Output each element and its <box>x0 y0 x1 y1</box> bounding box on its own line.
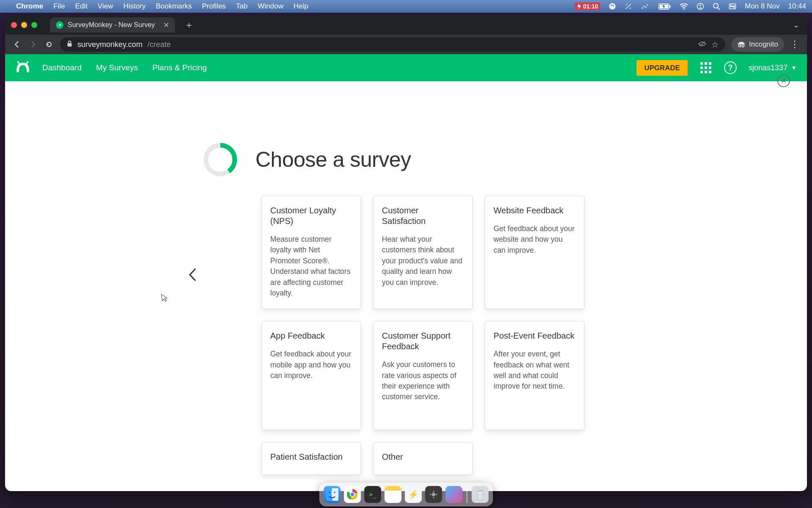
user-menu[interactable]: sjonas1337 ▼ <box>749 64 797 72</box>
dock-trash-icon[interactable] <box>472 486 488 503</box>
dock-notes-icon[interactable] <box>384 486 401 503</box>
svg-point-3 <box>645 6 647 8</box>
survey-card-website[interactable]: Website Feedback Get feedback about your… <box>485 196 584 309</box>
status-icon[interactable] <box>641 3 650 10</box>
browser-window: ✶ SurveyMonkey - New Survey ✕ ＋ ⌄ survey… <box>5 15 807 491</box>
site-header: Dashboard My Surveys Plans & Pricing UPG… <box>5 54 807 81</box>
svg-point-10 <box>700 5 701 6</box>
menubar-item[interactable]: Help <box>294 2 308 11</box>
menubar-time[interactable]: 10:44 <box>788 2 806 11</box>
svg-rect-13 <box>729 4 736 6</box>
battery-icon[interactable] <box>658 3 671 10</box>
tabs-dropdown-icon[interactable]: ⌄ <box>793 20 807 30</box>
reload-button[interactable] <box>44 39 54 50</box>
survey-card-patient[interactable]: Patient Satisfaction <box>261 442 361 475</box>
card-desc: After your event, get feedback on what w… <box>494 349 576 392</box>
svg-rect-37 <box>479 489 481 491</box>
progress-ring-icon <box>203 142 238 177</box>
menubar-item[interactable]: Profiles <box>202 2 226 11</box>
menubar-item[interactable]: Edit <box>75 2 88 11</box>
survey-card-csat[interactable]: Customer Satisfaction Hear what your cus… <box>373 196 473 309</box>
browser-menu-button[interactable]: ⋮ <box>790 39 800 50</box>
svg-point-14 <box>730 4 732 6</box>
help-button[interactable]: ? <box>724 61 737 74</box>
tab-title: SurveyMonkey - New Survey <box>68 21 155 29</box>
upgrade-button[interactable]: UPGRADE <box>636 60 688 76</box>
svg-point-8 <box>683 8 685 9</box>
macos-menubar: Chrome File Edit View History Bookmarks … <box>0 0 812 13</box>
survey-card-support[interactable]: Customer Support Feedback Ask your custo… <box>373 321 473 430</box>
survey-type-grid: Customer Loyalty (NPS) Measure customer … <box>261 196 584 475</box>
wifi-icon[interactable] <box>680 3 688 10</box>
window-minimize-button[interactable] <box>21 22 27 28</box>
menubar-item[interactable]: History <box>123 2 145 11</box>
tab-close-button[interactable]: ✕ <box>163 21 169 30</box>
menubar-item[interactable]: View <box>98 2 113 11</box>
dock-app-icon[interactable] <box>425 486 442 503</box>
nav-forward-button[interactable] <box>28 39 38 50</box>
svg-point-31 <box>432 493 435 496</box>
address-path: /create <box>148 40 171 49</box>
menubar-item[interactable]: Window <box>258 2 283 11</box>
bookmark-star-icon[interactable]: ☆ <box>711 40 719 50</box>
app-launcher-icon[interactable] <box>700 61 712 74</box>
macos-dock: >_ ⚡ <box>319 483 493 506</box>
page-content: Choose a survey Customer Loyalty (NPS) M… <box>5 81 807 491</box>
tab-strip: ✶ SurveyMonkey - New Survey ✕ ＋ ⌄ <box>5 15 807 35</box>
svg-rect-6 <box>669 5 671 8</box>
incognito-badge[interactable]: Incognito <box>731 37 784 52</box>
svg-line-40 <box>481 493 481 498</box>
card-desc: Ask your customers to rate various aspec… <box>382 359 464 403</box>
status-icon[interactable] <box>625 3 632 10</box>
spotlight-icon[interactable] <box>713 3 720 10</box>
menubar-item[interactable]: Tab <box>236 2 247 11</box>
status-icon[interactable] <box>609 3 616 10</box>
dock-chrome-icon[interactable] <box>344 486 361 503</box>
address-bar[interactable]: surveymonkey.com/create ☆ <box>60 37 725 52</box>
dock-finder-icon[interactable] <box>324 486 340 503</box>
svg-point-1 <box>642 7 643 8</box>
menubar-item[interactable]: Bookmarks <box>156 2 192 11</box>
menubar-item[interactable]: File <box>53 2 65 11</box>
dock-app-icon[interactable]: ⚡ <box>405 486 422 503</box>
menubar-date[interactable]: Mon 8 Nov <box>745 2 779 11</box>
svg-rect-35 <box>436 494 437 495</box>
battery-timer: 01:10 <box>583 3 598 10</box>
browser-tab[interactable]: ✶ SurveyMonkey - New Survey ✕ <box>50 17 175 33</box>
svg-point-27 <box>334 491 335 493</box>
username: sjonas1337 <box>749 64 787 72</box>
nav-plans-pricing[interactable]: Plans & Pricing <box>152 63 207 72</box>
survey-card-other[interactable]: Other <box>373 442 473 475</box>
svg-point-26 <box>329 491 330 493</box>
card-title: Customer Loyalty (NPS) <box>270 205 352 226</box>
dock-terminal-icon[interactable]: >_ <box>364 486 381 503</box>
nav-my-surveys[interactable]: My Surveys <box>96 63 138 72</box>
card-desc: Get feedback about your mobile app and h… <box>270 349 352 381</box>
svg-rect-32 <box>433 491 434 492</box>
svg-point-4 <box>647 4 648 6</box>
survey-card-app[interactable]: App Feedback Get feedback about your mob… <box>261 321 361 430</box>
survey-card-nps[interactable]: Customer Loyalty (NPS) Measure customer … <box>261 196 361 309</box>
dock-app-icon[interactable] <box>445 486 462 503</box>
card-title: Post-Event Feedback <box>494 331 576 341</box>
status-icon[interactable] <box>697 3 704 10</box>
back-arrow-button[interactable] <box>183 268 202 282</box>
new-tab-button[interactable]: ＋ <box>181 19 197 31</box>
card-desc: Get feedback about your website and how … <box>494 224 576 256</box>
nav-dashboard[interactable]: Dashboard <box>42 63 82 72</box>
svg-rect-15 <box>729 7 736 9</box>
window-close-button[interactable] <box>11 22 17 28</box>
survey-card-event[interactable]: Post-Event Feedback After your event, ge… <box>485 321 584 430</box>
tracking-icon[interactable] <box>698 40 706 49</box>
nav-back-button[interactable] <box>12 39 22 50</box>
svg-line-12 <box>718 8 720 10</box>
svg-point-0 <box>609 3 616 10</box>
menubar-app-name[interactable]: Chrome <box>16 2 43 11</box>
svg-rect-19 <box>738 44 745 44</box>
control-center-icon[interactable] <box>729 3 736 9</box>
window-zoom-button[interactable] <box>31 22 37 28</box>
surveymonkey-logo-icon[interactable] <box>15 61 30 75</box>
favicon-icon: ✶ <box>56 21 63 29</box>
battery-timer-badge[interactable]: 01:10 <box>575 3 600 10</box>
window-controls <box>11 22 37 28</box>
